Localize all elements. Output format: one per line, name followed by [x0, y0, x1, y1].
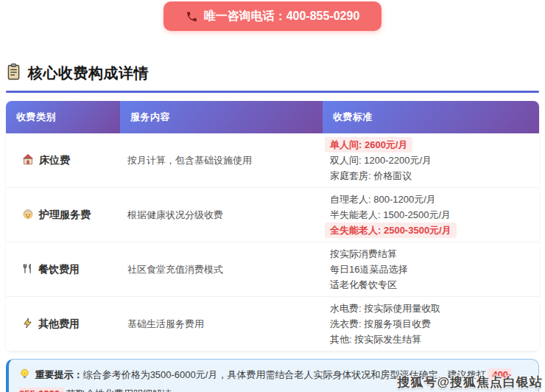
elder-icon [22, 208, 34, 222]
standard-line: 半失能老人: 1500-2500元/月 [330, 207, 532, 223]
standard-line: 自理老人: 800-1200元/月 [330, 192, 532, 207]
standard-line: 双人间: 1200-2200元/月 [330, 153, 532, 168]
service-text: 根据健康状况分级收费 [120, 188, 323, 242]
category-label: 床位费 [39, 154, 70, 167]
table-row-other-fee: 其他费用 基础生活服务费用 水电费: 按实际使用量收取 洗衣费: 按服务项目收费… [6, 297, 539, 351]
table-row-bed-fee: 床位费 按月计算，包含基础设施使用 单人间: 2600元/月 双人间: 1200… [6, 133, 539, 188]
standard-line: 水电费: 按实际使用量收取 [330, 301, 532, 316]
col-header-standard: 收费标准 [323, 101, 539, 133]
watermark: 搜狐号@搜狐焦点白银站 [397, 374, 543, 391]
phone-banner[interactable]: 唯一咨询电话：400-855-0290 [164, 1, 382, 31]
dining-icon [22, 263, 33, 276]
category-label: 餐饮费用 [38, 263, 80, 276]
bolt-icon [22, 318, 33, 331]
category-label: 护理服务费 [39, 209, 91, 222]
table-header-row: 收费类别 服务内容 收费标准 [6, 101, 539, 133]
clipboard-icon [6, 63, 21, 83]
col-header-category: 收费类别 [6, 101, 120, 133]
standard-line: 其他: 按实际发生结算 [330, 332, 532, 347]
col-header-service: 服务内容 [120, 101, 323, 133]
tip-text-after: 获取个性化费用明细解读。 [66, 388, 181, 392]
standard-line: 家庭套房: 价格面议 [330, 168, 532, 183]
standard-line-highlight: 全失能老人: 2500-3500元/月 [325, 223, 457, 238]
table-row-dining-fee: 餐饮费用 社区食堂充值消费模式 按实际消费结算 每日16道菜品选择 适老化餐饮专… [6, 242, 539, 297]
phone-icon [186, 10, 198, 23]
phone-banner-label: 唯一咨询电话：400-855-0290 [204, 9, 360, 24]
page-title: 核心收费构成详情 [28, 63, 149, 83]
category-label: 其他费用 [38, 318, 80, 331]
section-divider [6, 91, 539, 93]
service-text: 按月计算，包含基础设施使用 [120, 133, 323, 188]
standard-line: 洗衣费: 按服务项目收费 [330, 316, 532, 332]
lightbulb-icon [19, 371, 33, 382]
section-header: 核心收费构成详情 [6, 63, 539, 83]
banner-row: 唯一咨询电话：400-855-0290 [0, 0, 545, 31]
table-row-care-fee: 护理服务费 根据健康状况分级收费 自理老人: 800-1200元/月 半失能老人… [6, 188, 539, 242]
house-icon [22, 153, 34, 167]
standard-line: 适老化餐饮专区 [330, 277, 532, 293]
standard-line: 按实际消费结算 [330, 246, 532, 262]
standard-line: 每日16道菜品选择 [330, 262, 532, 277]
service-text: 社区食堂充值消费模式 [120, 242, 323, 297]
fee-table: 收费类别 服务内容 收费标准 床位费 [6, 101, 539, 351]
service-text: 基础生活服务费用 [120, 297, 323, 351]
standard-line-highlight: 单人间: 2600元/月 [325, 137, 412, 153]
tip-label: 重要提示： [35, 369, 83, 380]
